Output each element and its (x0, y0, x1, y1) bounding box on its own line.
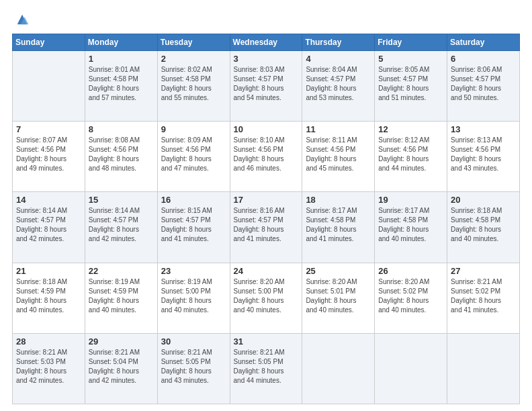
sunset-text: Sunset: 5:02 PM (378, 287, 443, 296)
day-number: 11 (306, 124, 371, 134)
day-number: 10 (234, 124, 299, 134)
sunset-text: Sunset: 4:57 PM (16, 216, 81, 225)
day-number: 7 (16, 124, 81, 134)
day-info: Sunrise: 8:07 AMSunset: 4:56 PMDaylight:… (16, 136, 81, 173)
sunrise-text: Sunrise: 8:21 AM (89, 348, 154, 357)
calendar-day-cell (375, 333, 447, 404)
daylight-text: Daylight: 8 hours (378, 84, 443, 93)
calendar-day-cell: 24Sunrise: 8:20 AMSunset: 5:00 PMDayligh… (230, 263, 302, 333)
daylight-text: Daylight: 8 hours (234, 296, 299, 306)
daylight-text: Daylight: 8 hours (451, 225, 516, 234)
daylight-text: Daylight: 8 hours (378, 296, 443, 306)
logo (12, 12, 30, 27)
daylight-text: Daylight: 8 hours (451, 154, 516, 164)
calendar-week-row: 28Sunrise: 8:21 AMSunset: 5:03 PMDayligh… (13, 333, 520, 404)
sunset-text: Sunset: 4:58 PM (161, 75, 226, 84)
header-friday: Friday (375, 34, 447, 51)
sunset-text: Sunset: 5:02 PM (451, 287, 516, 296)
sunrise-text: Sunrise: 8:11 AM (306, 136, 371, 145)
calendar-day-cell: 12Sunrise: 8:12 AMSunset: 4:56 PMDayligh… (375, 122, 447, 192)
calendar-day-cell: 4Sunrise: 8:04 AMSunset: 4:57 PMDaylight… (302, 51, 375, 122)
calendar-day-cell: 13Sunrise: 8:13 AMSunset: 4:56 PMDayligh… (447, 122, 520, 192)
header-monday: Monday (85, 34, 157, 51)
daylight-text-continued: and 57 minutes. (89, 93, 154, 103)
daylight-text: Daylight: 8 hours (234, 84, 299, 93)
day-info: Sunrise: 8:21 AMSunset: 5:04 PMDaylight:… (89, 348, 154, 385)
day-number: 25 (306, 266, 371, 276)
calendar-day-cell: 6Sunrise: 8:06 AMSunset: 4:57 PMDaylight… (447, 51, 520, 122)
daylight-text: Daylight: 8 hours (16, 154, 81, 164)
daylight-text-continued: and 44 minutes. (234, 376, 299, 385)
header-sunday: Sunday (13, 34, 85, 51)
daylight-text: Daylight: 8 hours (16, 367, 81, 376)
day-info: Sunrise: 8:03 AMSunset: 4:57 PMDaylight:… (234, 65, 299, 103)
sunrise-text: Sunrise: 8:19 AM (161, 277, 226, 287)
daylight-text-continued: and 55 minutes. (161, 93, 226, 103)
daylight-text: Daylight: 8 hours (89, 84, 154, 93)
daylight-text-continued: and 42 minutes. (16, 376, 81, 385)
sunrise-text: Sunrise: 8:12 AM (378, 136, 443, 145)
daylight-text-continued: and 42 minutes. (89, 234, 154, 244)
sunrise-text: Sunrise: 8:18 AM (16, 277, 81, 287)
daylight-text-continued: and 44 minutes. (378, 164, 443, 173)
sunset-text: Sunset: 4:57 PM (89, 216, 154, 225)
day-info: Sunrise: 8:20 AMSunset: 5:01 PMDaylight:… (306, 277, 371, 315)
sunset-text: Sunset: 5:00 PM (161, 287, 226, 296)
daylight-text-continued: and 40 minutes. (451, 234, 516, 244)
day-info: Sunrise: 8:12 AMSunset: 4:56 PMDaylight:… (378, 136, 443, 173)
calendar-day-cell: 5Sunrise: 8:05 AMSunset: 4:57 PMDaylight… (375, 51, 447, 122)
daylight-text-continued: and 41 minutes. (234, 234, 299, 244)
daylight-text-continued: and 45 minutes. (306, 164, 371, 173)
sunset-text: Sunset: 4:59 PM (16, 287, 81, 296)
sunset-text: Sunset: 4:58 PM (451, 216, 516, 225)
sunrise-text: Sunrise: 8:20 AM (378, 277, 443, 287)
daylight-text-continued: and 53 minutes. (306, 93, 371, 103)
calendar-day-cell: 7Sunrise: 8:07 AMSunset: 4:56 PMDaylight… (13, 122, 85, 192)
sunrise-text: Sunrise: 8:18 AM (451, 206, 516, 216)
sunset-text: Sunset: 4:59 PM (89, 287, 154, 296)
day-number: 13 (451, 124, 516, 134)
day-number: 21 (16, 266, 81, 276)
day-number: 8 (89, 124, 154, 134)
day-number: 23 (161, 266, 226, 276)
day-info: Sunrise: 8:09 AMSunset: 4:56 PMDaylight:… (161, 136, 226, 173)
sunrise-text: Sunrise: 8:21 AM (161, 348, 226, 357)
daylight-text: Daylight: 8 hours (16, 296, 81, 306)
daylight-text-continued: and 43 minutes. (451, 164, 516, 173)
calendar-day-cell: 31Sunrise: 8:21 AMSunset: 5:05 PMDayligh… (230, 333, 302, 404)
calendar-day-cell: 25Sunrise: 8:20 AMSunset: 5:01 PMDayligh… (302, 263, 375, 333)
day-number: 14 (16, 195, 81, 205)
calendar-day-cell (447, 333, 520, 404)
daylight-text: Daylight: 8 hours (451, 296, 516, 306)
calendar-day-cell: 29Sunrise: 8:21 AMSunset: 5:04 PMDayligh… (85, 333, 157, 404)
day-number: 6 (451, 54, 516, 64)
calendar-week-row: 1Sunrise: 8:01 AMSunset: 4:58 PMDaylight… (13, 51, 520, 122)
calendar-day-cell: 11Sunrise: 8:11 AMSunset: 4:56 PMDayligh… (302, 122, 375, 192)
sunrise-text: Sunrise: 8:15 AM (161, 206, 226, 216)
daylight-text: Daylight: 8 hours (161, 367, 226, 376)
daylight-text: Daylight: 8 hours (89, 296, 154, 306)
calendar-day-cell: 14Sunrise: 8:14 AMSunset: 4:57 PMDayligh… (13, 192, 85, 263)
daylight-text-continued: and 54 minutes. (234, 93, 299, 103)
daylight-text-continued: and 40 minutes. (378, 306, 443, 315)
day-number: 3 (234, 54, 299, 64)
sunset-text: Sunset: 4:56 PM (234, 145, 299, 154)
day-info: Sunrise: 8:20 AMSunset: 5:00 PMDaylight:… (234, 277, 299, 315)
calendar-week-row: 21Sunrise: 8:18 AMSunset: 4:59 PMDayligh… (13, 263, 520, 333)
sunrise-text: Sunrise: 8:05 AM (378, 65, 443, 75)
day-number: 27 (451, 266, 516, 276)
daylight-text: Daylight: 8 hours (378, 225, 443, 234)
sunset-text: Sunset: 4:56 PM (378, 145, 443, 154)
sunrise-text: Sunrise: 8:08 AM (89, 136, 154, 145)
calendar-day-cell: 16Sunrise: 8:15 AMSunset: 4:57 PMDayligh… (157, 192, 230, 263)
day-number: 9 (161, 124, 226, 134)
sunrise-text: Sunrise: 8:14 AM (89, 206, 154, 216)
day-info: Sunrise: 8:10 AMSunset: 4:56 PMDaylight:… (234, 136, 299, 173)
sunrise-text: Sunrise: 8:17 AM (306, 206, 371, 216)
calendar-day-cell: 30Sunrise: 8:21 AMSunset: 5:05 PMDayligh… (157, 333, 230, 404)
day-info: Sunrise: 8:05 AMSunset: 4:57 PMDaylight:… (378, 65, 443, 103)
daylight-text-continued: and 49 minutes. (16, 164, 81, 173)
sunset-text: Sunset: 4:56 PM (89, 145, 154, 154)
logo-icon (15, 12, 30, 27)
daylight-text: Daylight: 8 hours (89, 225, 154, 234)
